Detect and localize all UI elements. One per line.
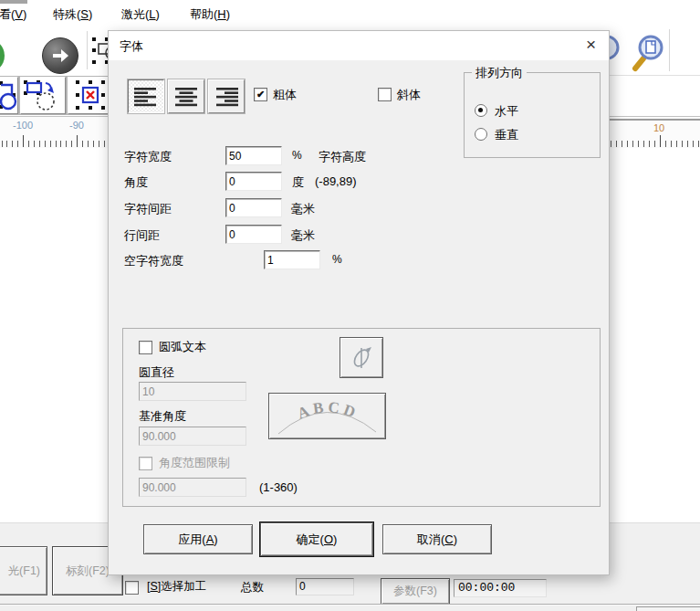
horizontal-radio[interactable]: [475, 104, 487, 117]
arc-text-group: 圆弧文本 圆直径 基准角度 角度范围限制 (1-360): [122, 328, 601, 507]
rotate-text-icon: [349, 343, 374, 373]
char-width-input[interactable]: [225, 146, 282, 165]
char-width-unit: %: [292, 149, 302, 162]
angle-hint: (-89,89): [315, 174, 357, 188]
font-dialog: 字体 × ✔ 粗体: [108, 30, 610, 575]
toolbar-separator: [87, 31, 88, 69]
menu-item-special[interactable]: 特殊(S): [53, 6, 92, 23]
char-height-label: 字符高度: [319, 149, 366, 165]
green-circle-icon: [0, 38, 5, 73]
arc-text-label: 圆弧文本: [159, 339, 206, 355]
direction-group: 排列方向 水平 垂直: [464, 72, 601, 158]
align-right-button[interactable]: [208, 79, 245, 113]
align-left-button[interactable]: [128, 79, 164, 113]
char-spacing-label: 字符间距: [124, 201, 172, 217]
arc-preview-image: ABCD: [269, 394, 385, 438]
group-tool-button[interactable]: [0, 77, 18, 114]
ruler-left-segment: -100 -90: [0, 117, 119, 149]
align-right-icon: [214, 87, 238, 107]
total-value-field[interactable]: 0: [296, 578, 354, 595]
statusbar-divider-highlight: [0, 605, 700, 606]
align-center-button[interactable]: [168, 79, 204, 113]
ruler-left-ticks: [0, 117, 119, 149]
direction-group-title: 排列方向: [472, 65, 527, 81]
toolbar-separator-right: [669, 29, 670, 71]
vertical-label: 垂直: [495, 127, 518, 143]
empty-char-width-label: 空字符宽度: [124, 253, 183, 269]
dialog-titlebar[interactable]: 字体 ×: [109, 31, 609, 60]
svg-text:ABCD: ABCD: [295, 398, 360, 422]
angle-range-limit-checkbox: [139, 457, 152, 470]
menu-item-laser[interactable]: 激光(L): [121, 6, 160, 23]
window-edge-artifact: [0, 0, 27, 4]
apply-button[interactable]: 应用(A): [143, 524, 253, 554]
menu-item-help[interactable]: 帮助(H): [190, 6, 230, 23]
angle-range-hint: (1-360): [259, 480, 298, 494]
menu-item-view[interactable]: 查看(V): [0, 6, 26, 23]
app-window: 查看(V) 特殊(S) 激光(L) 帮助(H): [0, 0, 700, 611]
arc-text-checkbox[interactable]: [139, 341, 152, 354]
bold-label: 粗体: [273, 87, 297, 103]
circle-diameter-input: [139, 382, 246, 401]
red-light-button[interactable]: 光(F1): [0, 546, 47, 595]
italic-checkbox[interactable]: [378, 88, 392, 101]
bold-checkbox[interactable]: ✔: [254, 88, 267, 101]
statusbar-corner-pane: [636, 606, 700, 611]
close-button[interactable]: ×: [586, 35, 596, 55]
rotate-tool-button[interactable]: [20, 77, 66, 114]
param-button[interactable]: 参数(F3): [381, 578, 450, 605]
rotate-text-button[interactable]: [340, 337, 383, 378]
horizontal-label: 水平: [495, 103, 518, 120]
select-process-checkbox[interactable]: [125, 581, 139, 595]
italic-label: 斜体: [397, 87, 421, 103]
check-icon: ✔: [256, 89, 265, 100]
timer-field: 00:00:00: [454, 579, 547, 597]
ruler-right-segment: 0 10: [610, 117, 700, 149]
base-angle-input: [139, 427, 246, 446]
angle-unit: 度: [292, 174, 304, 191]
angle-label: 角度: [124, 174, 148, 191]
zoom-page-icon: [628, 31, 668, 73]
angle-range-limit-input: [139, 478, 246, 497]
cancel-button[interactable]: 取消(C): [382, 524, 492, 554]
select-process-label: [S]选择加工: [147, 579, 206, 595]
delete-node-button[interactable]: [68, 77, 113, 114]
zoom-page-button[interactable]: [628, 31, 668, 73]
ruler-right-ticks: [610, 117, 700, 149]
delete-node-icon: [68, 78, 112, 113]
ok-button[interactable]: 确定(O): [260, 522, 373, 556]
empty-char-width-input[interactable]: [264, 250, 320, 269]
vertical-radio[interactable]: [475, 128, 487, 141]
menu-bar: 查看(V) 特殊(S) 激光(L) 帮助(H): [0, 0, 700, 26]
dialog-title: 字体: [120, 38, 143, 55]
empty-char-width-unit: %: [332, 253, 342, 266]
forward-button[interactable]: [42, 37, 78, 74]
group-tool-icon: [0, 78, 17, 113]
align-left-icon: [134, 87, 158, 107]
angle-input[interactable]: [225, 172, 282, 191]
align-center-icon: [174, 87, 198, 107]
line-spacing-input[interactable]: [225, 225, 282, 244]
arrow-right-icon: [51, 49, 69, 62]
line-spacing-unit: 毫米: [291, 227, 315, 244]
base-angle-label: 基准角度: [139, 408, 186, 425]
angle-range-limit-label: 角度范围限制: [159, 455, 230, 471]
rotate-tool-icon: [21, 78, 65, 113]
line-spacing-label: 行间距: [124, 227, 160, 244]
total-label: 总数: [241, 580, 264, 595]
arc-preview-button[interactable]: ABCD: [268, 393, 386, 439]
char-width-label: 字符宽度: [124, 149, 172, 165]
char-spacing-unit: 毫米: [291, 201, 315, 217]
circle-diameter-label: 圆直径: [139, 364, 174, 381]
char-spacing-input[interactable]: [225, 198, 282, 217]
